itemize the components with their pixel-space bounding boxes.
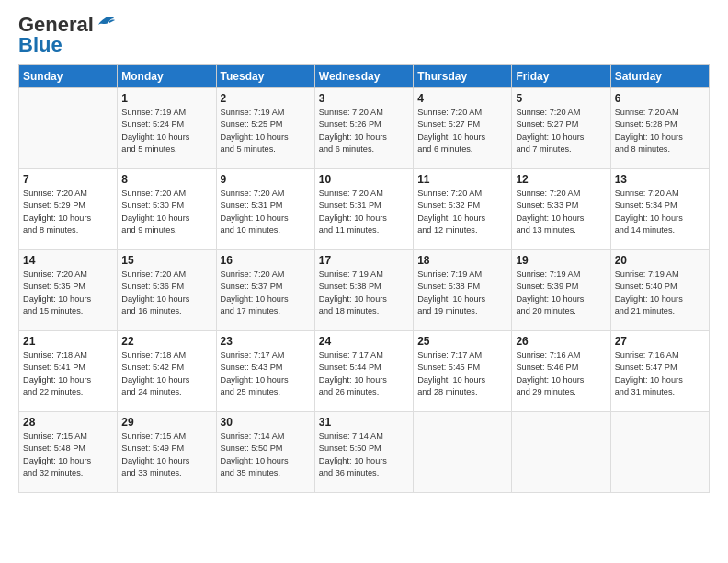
day-info: Sunrise: 7:20 AMSunset: 5:26 PMDaylight:…	[319, 107, 409, 155]
calendar-cell: 2Sunrise: 7:19 AMSunset: 5:25 PMDaylight…	[216, 88, 314, 169]
day-info: Sunrise: 7:19 AMSunset: 5:38 PMDaylight:…	[417, 269, 507, 317]
calendar-body: 1Sunrise: 7:19 AMSunset: 5:24 PMDaylight…	[19, 88, 710, 493]
page-container: General Blue SundayMondayTuesdayWednesda…	[0, 0, 728, 502]
day-number: 25	[417, 335, 507, 348]
day-number: 14	[23, 254, 113, 267]
weekday-header: Friday	[512, 65, 610, 88]
calendar-cell: 26Sunrise: 7:16 AMSunset: 5:46 PMDayligh…	[512, 331, 610, 412]
weekday-header: Wednesday	[314, 65, 413, 88]
day-info: Sunrise: 7:19 AMSunset: 5:38 PMDaylight:…	[319, 269, 409, 317]
calendar-cell: 19Sunrise: 7:19 AMSunset: 5:39 PMDayligh…	[512, 250, 610, 331]
calendar-week-row: 21Sunrise: 7:18 AMSunset: 5:41 PMDayligh…	[19, 331, 710, 412]
day-info: Sunrise: 7:15 AMSunset: 5:49 PMDaylight:…	[121, 431, 211, 479]
calendar-table: SundayMondayTuesdayWednesdayThursdayFrid…	[18, 64, 710, 493]
calendar-cell: 7Sunrise: 7:20 AMSunset: 5:29 PMDaylight…	[19, 169, 118, 250]
day-number: 28	[23, 416, 113, 429]
calendar-cell: 14Sunrise: 7:20 AMSunset: 5:35 PMDayligh…	[19, 250, 118, 331]
day-info: Sunrise: 7:18 AMSunset: 5:42 PMDaylight:…	[121, 350, 211, 398]
calendar-cell: 23Sunrise: 7:17 AMSunset: 5:43 PMDayligh…	[216, 331, 314, 412]
calendar-cell: 1Sunrise: 7:19 AMSunset: 5:24 PMDaylight…	[118, 88, 216, 169]
day-number: 11	[417, 173, 507, 186]
calendar-cell	[19, 88, 118, 169]
day-info: Sunrise: 7:16 AMSunset: 5:47 PMDaylight:…	[615, 350, 705, 398]
day-info: Sunrise: 7:14 AMSunset: 5:50 PMDaylight:…	[319, 431, 409, 479]
calendar-cell: 30Sunrise: 7:14 AMSunset: 5:50 PMDayligh…	[216, 412, 314, 493]
day-number: 15	[121, 254, 211, 267]
calendar-cell: 10Sunrise: 7:20 AMSunset: 5:31 PMDayligh…	[314, 169, 413, 250]
day-info: Sunrise: 7:20 AMSunset: 5:31 PMDaylight:…	[221, 188, 311, 236]
calendar-cell: 11Sunrise: 7:20 AMSunset: 5:32 PMDayligh…	[414, 169, 512, 250]
day-info: Sunrise: 7:16 AMSunset: 5:46 PMDaylight:…	[516, 350, 606, 398]
calendar-cell: 12Sunrise: 7:20 AMSunset: 5:33 PMDayligh…	[512, 169, 610, 250]
calendar-cell: 4Sunrise: 7:20 AMSunset: 5:27 PMDaylight…	[414, 88, 512, 169]
day-number: 12	[516, 173, 606, 186]
logo: General Blue	[18, 15, 116, 55]
day-number: 27	[615, 335, 705, 348]
day-number: 3	[319, 92, 409, 105]
day-number: 21	[23, 335, 113, 348]
day-info: Sunrise: 7:19 AMSunset: 5:40 PMDaylight:…	[615, 269, 705, 317]
day-info: Sunrise: 7:17 AMSunset: 5:43 PMDaylight:…	[221, 350, 311, 398]
day-info: Sunrise: 7:20 AMSunset: 5:27 PMDaylight:…	[516, 107, 606, 155]
day-info: Sunrise: 7:20 AMSunset: 5:34 PMDaylight:…	[615, 188, 705, 236]
calendar-week-row: 28Sunrise: 7:15 AMSunset: 5:48 PMDayligh…	[19, 412, 710, 493]
day-info: Sunrise: 7:20 AMSunset: 5:29 PMDaylight:…	[23, 188, 113, 236]
bird-icon	[96, 15, 116, 35]
day-number: 2	[221, 92, 311, 105]
day-info: Sunrise: 7:17 AMSunset: 5:45 PMDaylight:…	[417, 350, 507, 398]
calendar-cell: 6Sunrise: 7:20 AMSunset: 5:28 PMDaylight…	[610, 88, 709, 169]
day-number: 13	[615, 173, 705, 186]
day-info: Sunrise: 7:19 AMSunset: 5:25 PMDaylight:…	[221, 107, 311, 155]
day-number: 26	[516, 335, 606, 348]
weekday-header: Monday	[118, 65, 216, 88]
day-info: Sunrise: 7:19 AMSunset: 5:39 PMDaylight:…	[516, 269, 606, 317]
day-number: 31	[319, 416, 409, 429]
day-number: 24	[319, 335, 409, 348]
calendar-cell: 24Sunrise: 7:17 AMSunset: 5:44 PMDayligh…	[314, 331, 413, 412]
day-number: 4	[417, 92, 507, 105]
day-number: 5	[516, 92, 606, 105]
calendar-week-row: 7Sunrise: 7:20 AMSunset: 5:29 PMDaylight…	[19, 169, 710, 250]
calendar-cell: 5Sunrise: 7:20 AMSunset: 5:27 PMDaylight…	[512, 88, 610, 169]
logo-text: General Blue	[18, 15, 94, 55]
calendar-cell: 8Sunrise: 7:20 AMSunset: 5:30 PMDaylight…	[118, 169, 216, 250]
calendar-cell: 15Sunrise: 7:20 AMSunset: 5:36 PMDayligh…	[118, 250, 216, 331]
day-info: Sunrise: 7:14 AMSunset: 5:50 PMDaylight:…	[221, 431, 311, 479]
day-number: 10	[319, 173, 409, 186]
calendar-cell: 28Sunrise: 7:15 AMSunset: 5:48 PMDayligh…	[19, 412, 118, 493]
day-number: 9	[221, 173, 311, 186]
calendar-cell	[610, 412, 709, 493]
calendar-week-row: 1Sunrise: 7:19 AMSunset: 5:24 PMDaylight…	[19, 88, 710, 169]
day-info: Sunrise: 7:15 AMSunset: 5:48 PMDaylight:…	[23, 431, 113, 479]
calendar-cell: 21Sunrise: 7:18 AMSunset: 5:41 PMDayligh…	[19, 331, 118, 412]
day-info: Sunrise: 7:20 AMSunset: 5:37 PMDaylight:…	[221, 269, 311, 317]
calendar-cell: 9Sunrise: 7:20 AMSunset: 5:31 PMDaylight…	[216, 169, 314, 250]
calendar-cell: 13Sunrise: 7:20 AMSunset: 5:34 PMDayligh…	[610, 169, 709, 250]
weekday-header: Sunday	[19, 65, 118, 88]
day-info: Sunrise: 7:20 AMSunset: 5:30 PMDaylight:…	[121, 188, 211, 236]
calendar-cell: 20Sunrise: 7:19 AMSunset: 5:40 PMDayligh…	[610, 250, 709, 331]
day-info: Sunrise: 7:19 AMSunset: 5:24 PMDaylight:…	[121, 107, 211, 155]
header: General Blue	[18, 15, 710, 55]
day-number: 17	[319, 254, 409, 267]
day-number: 18	[417, 254, 507, 267]
day-info: Sunrise: 7:17 AMSunset: 5:44 PMDaylight:…	[319, 350, 409, 398]
day-info: Sunrise: 7:20 AMSunset: 5:31 PMDaylight:…	[319, 188, 409, 236]
calendar-cell	[512, 412, 610, 493]
day-info: Sunrise: 7:20 AMSunset: 5:27 PMDaylight:…	[417, 107, 507, 155]
calendar-cell	[414, 412, 512, 493]
day-number: 7	[23, 173, 113, 186]
calendar-cell: 25Sunrise: 7:17 AMSunset: 5:45 PMDayligh…	[414, 331, 512, 412]
calendar-cell: 27Sunrise: 7:16 AMSunset: 5:47 PMDayligh…	[610, 331, 709, 412]
calendar-cell: 3Sunrise: 7:20 AMSunset: 5:26 PMDaylight…	[314, 88, 413, 169]
calendar-cell: 29Sunrise: 7:15 AMSunset: 5:49 PMDayligh…	[118, 412, 216, 493]
day-number: 22	[121, 335, 211, 348]
day-number: 23	[221, 335, 311, 348]
weekday-header: Saturday	[610, 65, 709, 88]
calendar-cell: 22Sunrise: 7:18 AMSunset: 5:42 PMDayligh…	[118, 331, 216, 412]
day-info: Sunrise: 7:18 AMSunset: 5:41 PMDaylight:…	[23, 350, 113, 398]
day-number: 8	[121, 173, 211, 186]
day-info: Sunrise: 7:20 AMSunset: 5:33 PMDaylight:…	[516, 188, 606, 236]
weekday-header: Thursday	[414, 65, 512, 88]
calendar-week-row: 14Sunrise: 7:20 AMSunset: 5:35 PMDayligh…	[19, 250, 710, 331]
